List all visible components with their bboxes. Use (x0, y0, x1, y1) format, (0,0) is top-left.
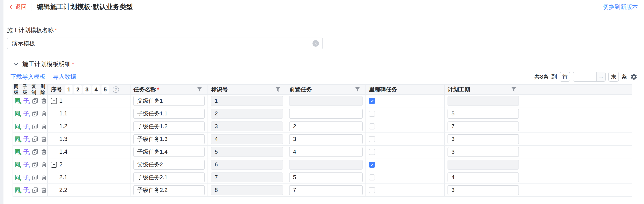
row-filler-cell (522, 146, 632, 158)
predecessor-input[interactable] (289, 173, 363, 182)
copy-row-icon[interactable] (32, 136, 39, 143)
add-child-icon[interactable]: 子+ (23, 97, 30, 104)
milestone-checkbox[interactable] (369, 98, 375, 104)
filter-icon[interactable] (355, 87, 360, 92)
task-code-input (211, 185, 283, 195)
copy-row-icon[interactable] (32, 148, 39, 155)
delete-row-icon[interactable] (40, 136, 48, 143)
delete-row-icon[interactable] (40, 187, 48, 194)
download-template-link[interactable]: 下载导入模板 (10, 73, 46, 81)
add-sibling-icon[interactable]: 同+ (14, 110, 21, 117)
task-name-input[interactable] (133, 185, 205, 195)
add-child-icon[interactable]: 子+ (23, 136, 30, 143)
table-row: 同+ 子+ 1.4 (13, 146, 632, 158)
copy-row-icon[interactable] (32, 187, 39, 194)
last-page-button[interactable]: 末 (608, 72, 619, 82)
copy-row-icon[interactable] (32, 161, 39, 168)
copy-row-icon[interactable] (32, 97, 39, 104)
header-task-name: 任务名称* (130, 85, 208, 94)
copy-row-icon[interactable] (32, 110, 39, 117)
filter-icon[interactable] (197, 87, 202, 92)
table-settings-button[interactable] (630, 73, 638, 80)
row-milestone-cell (366, 146, 445, 158)
milestone-checkbox[interactable] (369, 149, 375, 155)
predecessor-input[interactable] (289, 185, 363, 195)
task-name-input[interactable] (133, 134, 205, 144)
switch-version-link[interactable]: 切换到新版本 (603, 3, 638, 11)
row-milestone-cell (366, 107, 445, 120)
task-name-input[interactable] (133, 121, 205, 131)
copy-row-icon[interactable] (32, 123, 39, 130)
delete-row-icon[interactable] (40, 174, 48, 181)
chevron-left-icon (9, 4, 14, 9)
import-data-link[interactable]: 导入数据 (53, 73, 76, 81)
required-mark: * (55, 27, 57, 33)
predecessor-input[interactable] (289, 121, 363, 131)
add-sibling-icon[interactable]: 同+ (14, 187, 21, 194)
row-predecessor-cell (286, 120, 366, 133)
add-sibling-icon[interactable]: 同+ (14, 161, 21, 168)
row-task-code-cell (208, 158, 286, 171)
milestone-checkbox[interactable] (369, 174, 375, 181)
delete-row-icon[interactable] (40, 97, 48, 104)
level-4-button[interactable]: 4 (92, 85, 100, 94)
task-name-input[interactable] (133, 173, 205, 182)
milestone-checkbox[interactable] (369, 162, 375, 168)
delete-row-icon[interactable] (40, 123, 48, 130)
level-1-button[interactable]: 1 (65, 85, 72, 94)
duration-input[interactable] (448, 185, 519, 195)
clear-input-icon[interactable] (312, 40, 319, 47)
level-3-button[interactable]: 3 (83, 85, 91, 94)
add-child-icon[interactable]: 子+ (23, 148, 30, 155)
predecessor-input[interactable] (289, 147, 363, 157)
jump-arrow-icon[interactable]: → (596, 72, 605, 81)
add-child-icon[interactable]: 子+ (23, 187, 30, 194)
duration-input[interactable] (448, 109, 519, 119)
task-name-input[interactable] (133, 109, 205, 119)
duration-input[interactable] (448, 121, 519, 131)
collapse-row-icon[interactable] (51, 98, 57, 104)
back-button[interactable]: 返回 (9, 3, 27, 11)
add-child-icon[interactable]: 子+ (23, 123, 30, 130)
milestone-checkbox[interactable] (369, 123, 375, 129)
add-sibling-icon[interactable]: 同+ (14, 97, 21, 104)
add-sibling-icon[interactable]: 同+ (14, 136, 21, 143)
delete-row-icon[interactable] (40, 161, 48, 168)
task-name-input[interactable] (133, 160, 205, 170)
row-milestone-cell (366, 95, 445, 107)
duration-input[interactable] (448, 147, 519, 157)
level-2-button[interactable]: 2 (74, 85, 82, 94)
collapse-row-icon[interactable] (51, 162, 57, 168)
first-page-button[interactable]: 首 (560, 72, 570, 82)
filter-icon[interactable] (275, 87, 281, 92)
add-sibling-icon[interactable]: 同+ (14, 174, 21, 181)
page-jump-input[interactable] (573, 72, 596, 81)
divider (32, 3, 32, 10)
add-child-icon[interactable]: 子+ (23, 161, 30, 168)
predecessor-input[interactable] (289, 134, 363, 144)
template-name-input[interactable] (8, 40, 312, 47)
add-sibling-icon[interactable]: 同+ (14, 148, 21, 155)
header-actions: 同级 子级 复制 删除 (13, 85, 48, 94)
add-child-icon[interactable]: 子+ (23, 110, 30, 117)
milestone-checkbox[interactable] (369, 111, 375, 117)
copy-row-icon[interactable] (32, 174, 39, 181)
row-task-name-cell (130, 107, 208, 120)
help-icon[interactable]: ? (113, 86, 119, 93)
predecessor-input[interactable] (289, 109, 363, 119)
collapse-section-icon[interactable] (13, 61, 19, 67)
row-task-code-cell (208, 171, 286, 184)
duration-input[interactable] (448, 134, 519, 144)
duration-input[interactable] (448, 173, 519, 182)
add-child-icon[interactable]: 子+ (23, 174, 30, 181)
milestone-checkbox[interactable] (369, 136, 375, 142)
delete-row-icon[interactable] (40, 110, 48, 117)
add-sibling-icon[interactable]: 同+ (14, 123, 21, 130)
task-name-input[interactable] (133, 147, 205, 157)
delete-row-icon[interactable] (40, 148, 48, 155)
row-filler-cell (522, 95, 632, 107)
filter-icon[interactable] (511, 87, 516, 92)
task-name-input[interactable] (133, 96, 205, 106)
level-5-button[interactable]: 5 (102, 85, 109, 94)
milestone-checkbox[interactable] (369, 187, 375, 193)
